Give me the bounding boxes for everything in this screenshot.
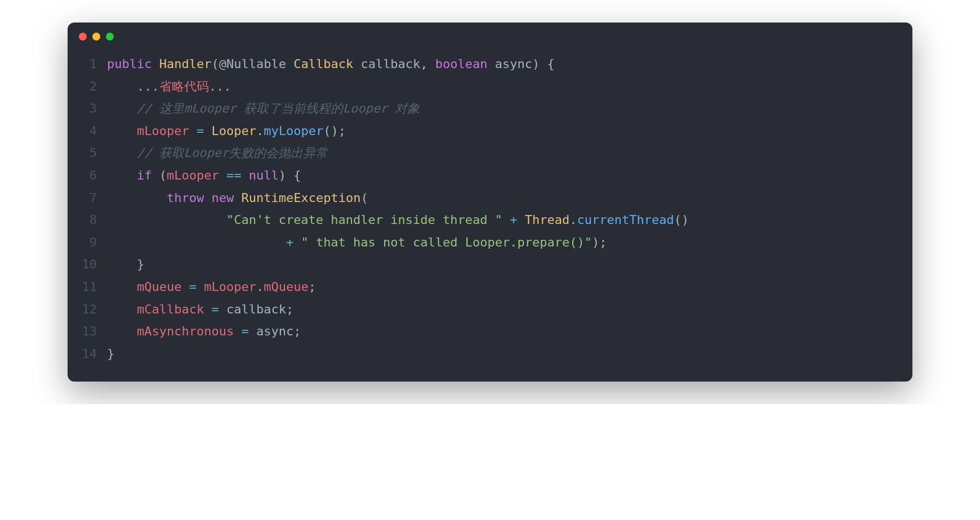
line-number: 11 xyxy=(68,276,107,298)
code-line: 1public Handler(@Nullable Callback callb… xyxy=(68,53,912,75)
code-content: "Can't create handler inside thread " + … xyxy=(107,209,912,231)
token-punct: ( xyxy=(159,168,167,182)
token-op: = xyxy=(189,280,197,294)
token-default xyxy=(107,168,137,182)
token-punct: ; xyxy=(286,302,293,316)
line-number: 1 xyxy=(68,53,107,75)
window-zoom-icon[interactable] xyxy=(106,33,114,41)
token-string: "Can't create handler inside thread " xyxy=(226,213,502,227)
token-default xyxy=(107,191,167,205)
token-default xyxy=(204,302,211,316)
token-punct: } xyxy=(137,257,144,271)
token-keyword: if xyxy=(137,168,152,182)
code-editor[interactable]: 1public Handler(@Nullable Callback callb… xyxy=(68,46,912,382)
token-param: async xyxy=(256,324,293,338)
line-number: 5 xyxy=(68,142,107,164)
token-punct: ) { xyxy=(532,57,555,71)
token-keyword: throw xyxy=(167,191,204,205)
token-ident: mCallback xyxy=(137,302,204,316)
code-content: // 这里mLooper 获取了当前线程的Looper 对象 xyxy=(107,97,912,120)
token-op: + xyxy=(286,235,293,249)
token-default: ... xyxy=(209,79,231,93)
token-punct: , xyxy=(420,57,435,71)
token-default xyxy=(107,302,137,316)
token-keyword: null xyxy=(249,168,279,182)
token-type: RuntimeException xyxy=(241,191,360,205)
window-titlebar xyxy=(68,23,912,46)
code-window: 1public Handler(@Nullable Callback callb… xyxy=(68,23,912,382)
token-type: Callback xyxy=(293,57,353,71)
line-number: 7 xyxy=(68,187,107,209)
token-default xyxy=(502,213,510,227)
token-default xyxy=(152,168,159,182)
token-keyword: public xyxy=(107,57,152,71)
code-line: 6 if (mLooper == null) { xyxy=(68,164,912,187)
window-minimize-icon[interactable] xyxy=(92,33,100,41)
code-content: mCallback = callback; xyxy=(107,298,912,321)
token-default xyxy=(219,302,226,316)
token-default xyxy=(107,213,226,227)
token-anno: @Nullable xyxy=(219,57,286,71)
token-punct: } xyxy=(107,347,114,361)
token-punct: . xyxy=(256,280,264,294)
token-default xyxy=(234,191,241,205)
token-default xyxy=(353,57,360,71)
token-func: currentThread xyxy=(577,213,674,227)
token-comment: // 获取Looper失败的会抛出异常 xyxy=(137,146,328,160)
token-default xyxy=(152,57,159,71)
token-type: Looper xyxy=(211,124,256,138)
token-string: " that has not called Looper.prepare()" xyxy=(301,235,592,249)
code-line: 11 mQueue = mLooper.mQueue; xyxy=(68,276,912,298)
code-line: 5 // 获取Looper失败的会抛出异常 xyxy=(68,142,912,164)
line-number: 2 xyxy=(68,75,107,98)
token-default xyxy=(189,124,197,138)
code-line: 13 mAsynchronous = async; xyxy=(68,320,912,343)
token-op: = xyxy=(197,124,204,138)
token-ident: 省略代码 xyxy=(159,79,209,93)
token-op: + xyxy=(510,213,517,227)
code-content: } xyxy=(107,343,912,365)
code-line: 8 "Can't create handler inside thread " … xyxy=(68,209,912,231)
token-func: myLooper xyxy=(264,124,323,138)
token-keyword: new xyxy=(211,191,234,205)
token-default xyxy=(107,235,286,249)
line-number: 14 xyxy=(68,343,107,365)
line-number: 8 xyxy=(68,209,107,231)
line-number: 9 xyxy=(68,231,107,254)
code-content: } xyxy=(107,253,912,276)
code-content: mQueue = mLooper.mQueue; xyxy=(107,276,912,298)
token-punct: ; xyxy=(293,324,301,338)
line-number: 12 xyxy=(68,298,107,321)
token-type: Handler xyxy=(159,57,212,71)
token-default: ... xyxy=(107,79,159,93)
token-op: = xyxy=(241,324,248,338)
token-default xyxy=(234,324,241,338)
code-content: mLooper = Looper.myLooper(); xyxy=(107,120,912,142)
token-keyword: boolean xyxy=(435,57,488,71)
token-punct: ; xyxy=(309,280,316,294)
token-punct: ( xyxy=(360,191,368,205)
token-default xyxy=(107,101,137,115)
line-number: 10 xyxy=(68,253,107,276)
token-punct: . xyxy=(569,213,577,227)
token-punct: (); xyxy=(323,124,346,138)
token-default xyxy=(204,191,211,205)
code-content: mAsynchronous = async; xyxy=(107,320,912,343)
token-ident: mAsynchronous xyxy=(137,324,234,338)
token-ident: mLooper xyxy=(137,124,189,138)
code-content: // 获取Looper失败的会抛出异常 xyxy=(107,142,912,164)
window-close-icon[interactable] xyxy=(79,33,87,41)
code-content: public Handler(@Nullable Callback callba… xyxy=(107,53,912,75)
token-default xyxy=(181,280,189,294)
token-default xyxy=(286,57,293,71)
token-op: == xyxy=(226,168,242,182)
line-number: 4 xyxy=(68,120,107,142)
code-line: 7 throw new RuntimeException( xyxy=(68,187,912,209)
code-line: 12 mCallback = callback; xyxy=(68,298,912,321)
token-param: callback xyxy=(360,57,420,71)
token-default xyxy=(107,124,137,138)
token-default xyxy=(293,235,301,249)
code-content: if (mLooper == null) { xyxy=(107,164,912,187)
token-default xyxy=(241,168,248,182)
token-op: = xyxy=(211,302,219,316)
